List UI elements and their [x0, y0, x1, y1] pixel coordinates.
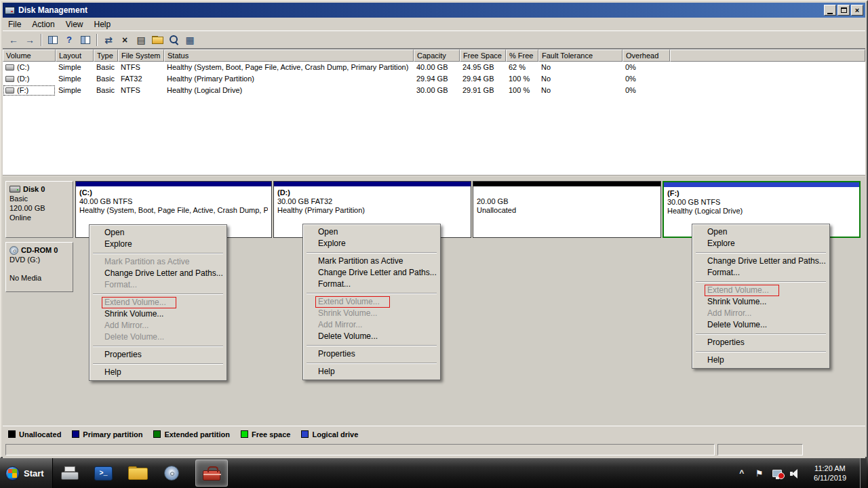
menu-separator: [307, 293, 437, 293]
menu-item-explore[interactable]: Explore: [304, 238, 439, 249]
unallocated-region[interactable]: 20.00 GB Unallocated: [473, 181, 661, 238]
menu-item-open[interactable]: Open: [91, 227, 225, 239]
partition-status: Healthy (Logical Drive): [667, 207, 856, 216]
cdrom-status: No Media: [9, 273, 69, 283]
column-header-volume[interactable]: Volume: [3, 49, 56, 62]
delete-button[interactable]: ×: [117, 33, 133, 47]
cdrom-panel[interactable]: CD-ROM 0 DVD (G:) No Media: [5, 242, 73, 292]
legend-label: Unallocated: [19, 430, 61, 439]
disk-icon: [9, 186, 20, 192]
menu-file[interactable]: File: [3, 18, 26, 30]
column-header-pct-free[interactable]: % Free: [506, 49, 538, 62]
context-menu-f: Open Explore Change Drive Letter and Pat…: [692, 224, 830, 369]
column-header-capacity[interactable]: Capacity: [414, 49, 460, 62]
table-row[interactable]: (F:) Simple Basic NTFS Healthy (Logical …: [3, 85, 865, 96]
action-pane-icon: [81, 36, 90, 44]
menu-item-shrink-volume[interactable]: Shrink Volume...: [91, 308, 225, 320]
properties-button[interactable]: ▤: [133, 33, 149, 47]
column-header-layout[interactable]: Layout: [56, 49, 94, 62]
column-header-status[interactable]: Status: [164, 49, 414, 62]
menu-item-properties[interactable]: Properties: [304, 348, 439, 360]
menu-item-change-drive-letter[interactable]: Change Drive Letter and Paths...: [91, 268, 225, 279]
help-button[interactable]: ?: [61, 33, 77, 47]
forward-button[interactable]: →: [22, 33, 38, 47]
tray-network-button[interactable]: [772, 467, 783, 479]
column-header-free-space[interactable]: Free Space: [460, 49, 506, 62]
tray-flag-button[interactable]: ⚑: [754, 467, 765, 479]
menu-item-open[interactable]: Open: [304, 226, 439, 238]
menu-item-explore[interactable]: Explore: [91, 239, 225, 250]
column-header-file-system[interactable]: File System: [118, 49, 164, 62]
menu-item-explore[interactable]: Explore: [694, 238, 828, 249]
folder-icon: [128, 466, 146, 480]
menu-separator: [93, 346, 223, 346]
cd-icon: [9, 246, 18, 255]
taskbar-disk-management-button[interactable]: [155, 460, 188, 487]
menu-item-help[interactable]: Help: [91, 367, 225, 378]
volume-cell[interactable]: (F:): [3, 85, 56, 96]
volume-name: (C:): [17, 63, 29, 71]
type-cell: Basic: [94, 73, 118, 85]
start-label: Start: [24, 468, 44, 479]
legend-logical-drive: Logical drive: [301, 430, 358, 439]
taskbar-server-manager-button[interactable]: [195, 460, 228, 487]
menu-item-shrink-volume[interactable]: Shrink Volume...: [694, 296, 828, 308]
disk-name: Disk 0: [23, 184, 45, 194]
tray-chevron-button[interactable]: ^: [736, 467, 747, 479]
show-desktop-button[interactable]: [860, 458, 867, 488]
menu-action[interactable]: Action: [26, 18, 60, 30]
layout-cell: Simple: [56, 85, 94, 96]
menu-item-change-drive-letter[interactable]: Change Drive Letter and Paths...: [694, 256, 828, 267]
column-header-type[interactable]: Type: [94, 49, 118, 62]
taskbar-explorer-button[interactable]: [121, 460, 154, 487]
start-button[interactable]: Start: [0, 458, 53, 488]
maximize-button[interactable]: [837, 5, 850, 16]
table-row[interactable]: (C:) Simple Basic NTFS Healthy (System, …: [3, 62, 865, 73]
legend-label: Logical drive: [312, 430, 358, 439]
partition-status: Healthy (System, Boot, Page File, Active…: [79, 206, 268, 215]
partition-status: Unallocated: [477, 206, 657, 215]
fault-tolerance-cell: No: [538, 85, 623, 96]
menu-item-open[interactable]: Open: [694, 226, 828, 238]
help-icon: ?: [66, 35, 72, 45]
status-cell: Healthy (Logical Drive): [164, 85, 414, 96]
find-button[interactable]: [165, 33, 182, 47]
column-header-overhead[interactable]: Overhead: [623, 49, 670, 62]
app-icon: [5, 7, 15, 14]
open-button[interactable]: [149, 33, 165, 47]
disk0-panel[interactable]: Disk 0 Basic 120.00 GB Online: [5, 181, 73, 238]
menu-separator: [307, 345, 437, 346]
taskbar-powershell-button[interactable]: >_: [87, 460, 120, 487]
column-header-fault-tolerance[interactable]: Fault Tolerance: [538, 49, 623, 62]
views-button[interactable]: ▦: [182, 33, 198, 47]
menu-item-extend-volume: Extend Volume...: [91, 297, 225, 308]
menu-item-mark-partition-active[interactable]: Mark Partition as Active: [304, 256, 439, 267]
unallocated-band: [473, 182, 660, 186]
taskbar-printer-button[interactable]: [54, 460, 86, 487]
refresh-button[interactable]: ⇄: [100, 33, 117, 47]
menu-item-help[interactable]: Help: [694, 354, 828, 366]
volume-cell[interactable]: (D:): [3, 73, 56, 85]
minimize-button[interactable]: [824, 5, 836, 16]
menu-view[interactable]: View: [60, 18, 89, 30]
menu-item-format[interactable]: Format...: [304, 279, 439, 290]
back-button[interactable]: ←: [5, 33, 22, 47]
menu-item-delete-volume[interactable]: Delete Volume...: [694, 319, 828, 331]
volume-cell[interactable]: (C:): [3, 62, 56, 73]
show-action-pane-button[interactable]: [77, 33, 94, 47]
menu-item-add-mirror: Add Mirror...: [694, 308, 828, 319]
menu-item-change-drive-letter[interactable]: Change Drive Letter and Paths...: [304, 267, 439, 279]
show-console-tree-button[interactable]: [45, 33, 61, 47]
menu-item-help[interactable]: Help: [304, 366, 439, 378]
menu-item-format[interactable]: Format...: [694, 267, 828, 279]
close-button[interactable]: ×: [851, 5, 863, 16]
taskbar-clock[interactable]: 11:20 AM 6/11/2019: [807, 464, 853, 483]
menu-item-delete-volume[interactable]: Delete Volume...: [304, 331, 439, 342]
menu-item-properties[interactable]: Properties: [91, 349, 225, 361]
menu-item-properties[interactable]: Properties: [694, 337, 828, 348]
layout-cell: Simple: [56, 62, 94, 73]
menu-help[interactable]: Help: [89, 18, 117, 30]
table-row[interactable]: (D:) Simple Basic FAT32 Healthy (Primary…: [3, 73, 865, 85]
tray-volume-button[interactable]: [789, 467, 800, 479]
title-bar[interactable]: Disk Management ×: [3, 3, 865, 18]
